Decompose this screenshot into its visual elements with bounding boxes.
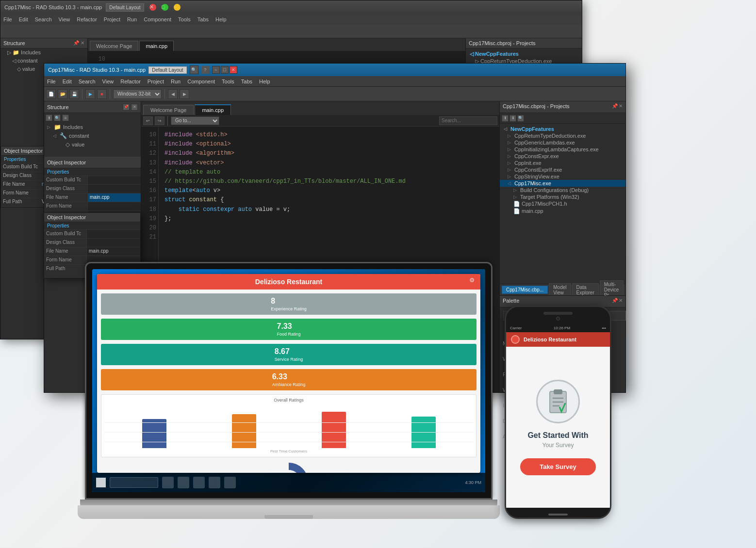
- pin-icon-back[interactable]: 📌: [73, 40, 79, 46]
- stop-btn[interactable]: ■: [97, 89, 107, 99]
- st-btn-3[interactable]: ≡: [62, 114, 69, 121]
- open-btn[interactable]: 📂: [58, 89, 67, 99]
- palette-pin-icon[interactable]: 📌: [612, 298, 618, 305]
- pin-icon[interactable]: 📌: [123, 104, 130, 111]
- max-btn-front[interactable]: □: [221, 66, 229, 74]
- menu-file[interactable]: File: [47, 79, 56, 84]
- help-btn-front[interactable]: ?: [201, 66, 209, 74]
- menu-help[interactable]: Help: [259, 79, 270, 84]
- palette-group-1[interactable]: | C++ Builder Files: [500, 332, 625, 339]
- ed-sep: [167, 116, 168, 126]
- proj-8[interactable]: ◁ Cpp17Misc.exe: [500, 180, 625, 187]
- palette-group-13[interactable]: | DataSnap Server: [500, 425, 625, 433]
- st-btn-2[interactable]: 🔍: [54, 114, 61, 121]
- menu-project[interactable]: Project: [148, 79, 164, 84]
- menu-tools-back[interactable]: Tools: [178, 16, 191, 22]
- proj-sub-2[interactable]: ▷ Target Platforms (Win32): [500, 193, 625, 200]
- editor-search-input[interactable]: [439, 116, 497, 125]
- ed-redo-btn[interactable]: ↪: [155, 116, 164, 125]
- max-btn-back[interactable]: □: [162, 4, 168, 11]
- nav-fwd-btn[interactable]: ▶: [180, 89, 189, 99]
- tab-welcome-back[interactable]: Welcome Page: [90, 41, 138, 51]
- proj-5[interactable]: ▷ CppInit.exe: [500, 160, 625, 166]
- menu-tools[interactable]: Tools: [222, 79, 234, 84]
- build-config-select[interactable]: Windows 32-bit: [113, 89, 162, 99]
- min-btn-front[interactable]: −: [212, 66, 220, 74]
- menu-edit[interactable]: Edit: [63, 79, 72, 84]
- projects-title: Cpp17Misc.cbproj - Projects: [503, 103, 570, 111]
- menu-tabs[interactable]: Tabs: [241, 79, 252, 84]
- menu-bar-back: File Edit Search View Refactor Project R…: [0, 14, 582, 25]
- menu-refactor-back[interactable]: Refactor: [77, 16, 97, 22]
- palette-group-14[interactable]: ActiveX: [500, 433, 625, 440]
- proj-3[interactable]: ▷ CppInitializingLambdaCaptures.exe: [500, 146, 625, 153]
- proj-tab-2[interactable]: Model View: [549, 283, 571, 297]
- proj-7[interactable]: ▷ CppStringView.exe: [500, 173, 625, 180]
- st-btn-1[interactable]: ⬆: [46, 114, 52, 121]
- menu-search[interactable]: Search: [79, 79, 96, 84]
- close-btn-front[interactable]: ✕: [230, 66, 237, 74]
- proj-tb-2[interactable]: ⬇: [509, 115, 516, 122]
- palette-group-4[interactable]: WebServices: [500, 355, 625, 363]
- menu-refactor[interactable]: Refactor: [120, 79, 141, 84]
- palette-group-12[interactable]: DataSnap Server: [500, 417, 625, 425]
- close-panel-back[interactable]: ✕: [81, 40, 84, 46]
- proj-4[interactable]: ▷ CppConstExpr.exe: [500, 153, 625, 160]
- proj-sub-1[interactable]: ▷ Build Configurations (Debug): [500, 187, 625, 193]
- new-btn[interactable]: 📄: [46, 89, 56, 99]
- close-icon[interactable]: ✕: [131, 104, 138, 111]
- palette-group-6[interactable]: RAD Server (EMS): [500, 371, 625, 378]
- tree-constant[interactable]: ◁ 🔧 constant: [44, 131, 141, 140]
- proj-tb-1[interactable]: ⬆: [502, 115, 509, 122]
- menu-project-back[interactable]: Project: [104, 16, 120, 22]
- proj-root[interactable]: ◁ NewCppFeatures: [500, 126, 625, 132]
- save-btn[interactable]: 💾: [69, 89, 79, 99]
- code-text[interactable]: #include <stdio.h> #include <optional> #…: [159, 127, 499, 392]
- ed-undo-btn[interactable]: ↩: [143, 116, 153, 125]
- ed-nav-select[interactable]: Go to...: [171, 116, 219, 125]
- build-btn[interactable]: ▶: [85, 89, 95, 99]
- proj-6[interactable]: ▷ CppConstExprIf.exe: [500, 166, 625, 173]
- palette-group-8[interactable]: WebBroker: [500, 386, 625, 394]
- palette-group-11[interactable]: | IntraWeb: [500, 409, 625, 417]
- title-text-back: Cpp17Misc - RAD Studio 10.3 - main.cpp: [4, 4, 102, 10]
- palette-group-7[interactable]: | RAD Server (EMS): [500, 378, 625, 386]
- tree-includes[interactable]: ▷ 📁 Includes: [44, 123, 141, 131]
- min-btn-back[interactable]: −: [174, 4, 181, 11]
- palette-group-0[interactable]: Delphi Files: [500, 324, 625, 332]
- proj-pin-icon[interactable]: 📌: [612, 103, 618, 111]
- menu-run-back[interactable]: Run: [127, 16, 137, 22]
- palette-search-input[interactable]: [503, 311, 626, 321]
- menu-view-back[interactable]: View: [59, 16, 70, 22]
- menu-view[interactable]: View: [102, 79, 114, 84]
- palette-group-9[interactable]: | WebBroker: [500, 394, 625, 402]
- menu-help-back[interactable]: Help: [215, 16, 227, 22]
- proj-tab-3[interactable]: Data Explorer: [572, 283, 599, 297]
- proj-tab-1[interactable]: Cpp17Misc.cbp...: [502, 286, 548, 294]
- palette-group-3[interactable]: | Multi-Device Projects: [500, 347, 625, 355]
- close-btn-back[interactable]: ✕: [149, 4, 156, 11]
- menu-file-back[interactable]: File: [3, 16, 12, 22]
- tree-value[interactable]: ◇ value: [44, 140, 141, 149]
- tab-main-cpp-back[interactable]: main.cpp: [139, 41, 174, 51]
- palette-close-icon[interactable]: ✕: [619, 298, 623, 305]
- proj-2[interactable]: ▷ CppGenericLambdas.exe: [500, 139, 625, 146]
- tab-welcome[interactable]: Welcome Page: [143, 105, 194, 115]
- nav-back-btn[interactable]: ◀: [168, 89, 178, 99]
- menu-component-back[interactable]: Component: [144, 16, 171, 22]
- menu-run[interactable]: Run: [171, 79, 181, 84]
- palette-group-10[interactable]: IntraWeb: [500, 402, 625, 409]
- proj-tb-3[interactable]: 🔍: [517, 115, 524, 122]
- search-btn-front[interactable]: 🔍: [190, 65, 198, 74]
- menu-edit-back[interactable]: Edit: [19, 16, 28, 22]
- tab-main-cpp[interactable]: main.cpp: [195, 104, 231, 115]
- menu-component[interactable]: Component: [187, 79, 215, 84]
- proj-1[interactable]: ▷ CppReturnTypeDeduction.exe: [500, 132, 625, 139]
- menu-search-back[interactable]: Search: [35, 16, 52, 22]
- menu-tabs-back[interactable]: Tabs: [197, 16, 209, 22]
- palette-group-2[interactable]: Multi-Device Projects: [500, 339, 625, 347]
- proj-sub-3[interactable]: 📄 Cpp17MiscPCH1.h: [500, 200, 625, 208]
- proj-sub-4[interactable]: 📄 main.cpp: [500, 208, 625, 215]
- proj-close-icon[interactable]: ✕: [619, 103, 623, 111]
- palette-group-5[interactable]: | WebServices: [500, 363, 625, 371]
